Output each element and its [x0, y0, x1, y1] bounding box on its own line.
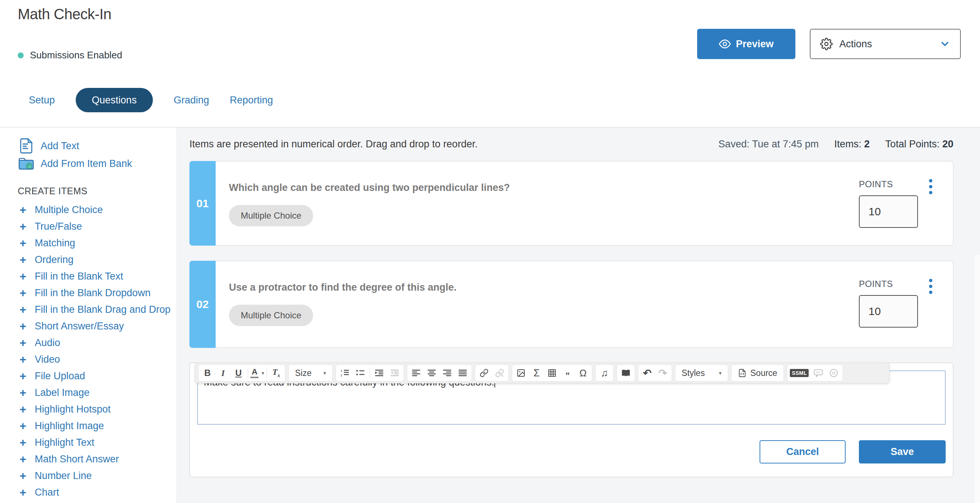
meta-row: Items are presented in numerical order. …	[189, 138, 953, 150]
insert-image-button[interactable]	[513, 366, 529, 380]
remove-format-button[interactable]: Tx	[269, 366, 284, 380]
save-button[interactable]: Save	[859, 440, 946, 463]
sidebar-item-multiple-choice[interactable]: +Multiple Choice	[18, 202, 176, 218]
points-input[interactable]	[859, 295, 918, 328]
plus-icon: +	[18, 254, 28, 266]
source-code-icon	[738, 369, 747, 377]
align-right-button[interactable]	[439, 366, 455, 380]
indent-button[interactable]	[371, 366, 387, 380]
points-block: POINTS	[859, 279, 918, 328]
font-color-button[interactable]: A ▾	[250, 366, 265, 380]
ssml-button[interactable]: SSML	[788, 366, 810, 380]
comment-button[interactable]	[810, 366, 826, 380]
sidebar-item-video[interactable]: +Video	[18, 351, 176, 368]
sidebar-item-highlight-hotspot[interactable]: +Highlight Hotspot	[18, 401, 176, 418]
sidebar-item-highlight-text[interactable]: +Highlight Text	[18, 434, 176, 451]
sidebar-item-chart[interactable]: +Chart	[18, 484, 176, 501]
underline-button[interactable]: U	[231, 366, 246, 380]
plus-icon: +	[18, 204, 28, 216]
actions-label: Actions	[839, 38, 872, 50]
align-left-button[interactable]	[408, 366, 424, 380]
plus-icon: +	[18, 487, 28, 498]
sidebar-item-audio[interactable]: +Audio	[18, 334, 176, 351]
sidebar-item-fitb-text[interactable]: +Fill in the Blank Text	[18, 268, 176, 285]
question-text: Which angle can be created using two per…	[229, 182, 510, 194]
sidebar-item-file-upload[interactable]: +File Upload	[18, 368, 176, 384]
blockquote-button[interactable]: ”	[560, 366, 575, 380]
submission-status: Submissions Enabled	[18, 49, 122, 61]
svg-text:2: 2	[340, 373, 342, 377]
sidebar-item-matching[interactable]: +Matching	[18, 235, 176, 252]
tab-questions[interactable]: Questions	[76, 88, 153, 112]
page-header: Math Check-In Submissions Enabled Previe…	[0, 0, 980, 127]
cancel-button[interactable]: Cancel	[760, 440, 846, 463]
scrollbar-track[interactable]	[974, 255, 980, 503]
add-from-item-bank-link[interactable]: Add From Item Bank	[18, 155, 176, 172]
document-icon	[18, 138, 35, 154]
bulleted-list-button[interactable]	[353, 366, 368, 380]
link-button[interactable]	[476, 366, 492, 380]
chevron-down-icon	[939, 38, 950, 49]
total-points: Total Points: 20	[885, 138, 953, 150]
kebab-menu-icon[interactable]	[928, 277, 934, 296]
question-type-badge: Multiple Choice	[229, 305, 313, 326]
justify-button[interactable]	[455, 366, 471, 380]
create-items-list: +Multiple Choice +True/False +Matching +…	[18, 202, 176, 501]
redo-button[interactable]: ↷	[655, 366, 671, 380]
sidebar-item-number-line[interactable]: +Number Line	[18, 468, 176, 484]
styles-dropdown[interactable]: Styles▾	[676, 366, 727, 380]
bold-button[interactable]: B	[200, 366, 215, 380]
insert-media-button[interactable]: ♫	[597, 366, 612, 380]
align-center-button[interactable]	[424, 366, 439, 380]
undo-button[interactable]: ↶	[640, 366, 655, 380]
sidebar-item-fitb-drag-drop[interactable]: +Fill in the Blank Drag and Drop	[18, 301, 176, 318]
special-character-button[interactable]: Ω	[575, 366, 591, 380]
plus-icon: +	[18, 287, 28, 299]
font-size-dropdown[interactable]: Size▾	[290, 366, 331, 380]
sidebar-item-true-false[interactable]: +True/False	[18, 218, 176, 235]
question-number-tab[interactable]: 02	[189, 261, 216, 348]
math-equation-button[interactable]: Σ	[529, 366, 544, 380]
question-text: Use a protractor to find the degree of t…	[229, 282, 457, 293]
sidebar-item-short-answer[interactable]: +Short Answer/Essay	[18, 318, 176, 334]
preview-label: Preview	[736, 38, 773, 50]
sidebar-item-ordering[interactable]: +Ordering	[18, 252, 176, 268]
unlink-button[interactable]	[492, 366, 508, 380]
tab-grading[interactable]: Grading	[173, 94, 209, 106]
sidebar-item-fitb-dropdown[interactable]: +Fill in the Blank Dropdown	[18, 285, 176, 301]
plus-icon: +	[18, 304, 28, 315]
dictionary-button[interactable]	[618, 366, 634, 380]
source-button[interactable]: Source	[733, 366, 783, 380]
sidebar-item-math-short-answer[interactable]: +Math Short Answer	[18, 451, 176, 468]
order-note: Items are presented in numerical order. …	[189, 138, 477, 150]
rich-text-toolbar: B I U A ▾ Tx Size▾	[195, 363, 889, 384]
sidebar-item-highlight-image[interactable]: +Highlight Image	[18, 418, 176, 434]
sidebar-item-label-image[interactable]: +Label Image	[18, 384, 176, 401]
numbered-list-button[interactable]: 12	[337, 366, 353, 380]
actions-button[interactable]: Actions	[810, 29, 961, 59]
status-dot-icon	[18, 53, 24, 58]
add-text-link[interactable]: Add Text	[18, 137, 176, 155]
caret-down-icon: ▾	[323, 370, 326, 376]
points-input[interactable]	[859, 195, 918, 228]
pause-button[interactable]	[826, 366, 842, 380]
question-number-tab[interactable]: 01	[189, 161, 216, 245]
tab-bar: Setup Questions Grading Reporting	[29, 88, 273, 112]
preview-button[interactable]: Preview	[697, 29, 795, 59]
plus-icon: +	[18, 470, 28, 482]
tab-setup[interactable]: Setup	[29, 94, 55, 106]
insert-table-button[interactable]	[544, 366, 560, 380]
panel-actions: Cancel Save	[197, 440, 946, 463]
plus-icon: +	[18, 371, 28, 382]
tab-reporting[interactable]: Reporting	[230, 94, 273, 106]
plus-icon: +	[18, 337, 28, 349]
caret-down-icon: ▾	[261, 370, 264, 376]
gear-icon	[820, 38, 833, 50]
question-type-badge: Multiple Choice	[229, 205, 313, 226]
question-card-2: 02 Use a protractor to find the degree o…	[189, 261, 953, 348]
outdent-button[interactable]	[387, 366, 402, 380]
question-card-1: 01 Which angle can be created using two …	[189, 161, 953, 245]
italic-button[interactable]: I	[215, 366, 231, 380]
kebab-menu-icon[interactable]	[928, 178, 934, 196]
create-items-heading: CREATE ITEMS	[18, 186, 176, 196]
